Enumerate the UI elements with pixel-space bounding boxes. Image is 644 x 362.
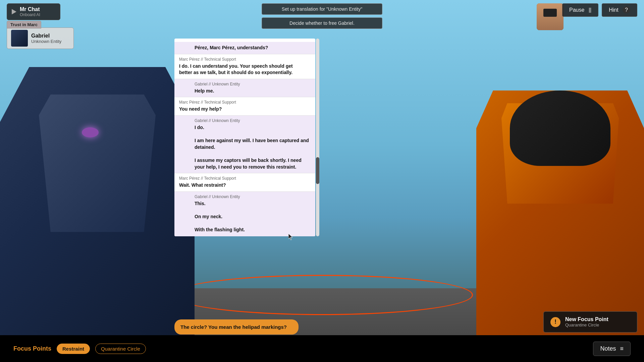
response-text: The circle? You mean the helipad marking…	[180, 324, 287, 330]
scroll-thumb[interactable]	[316, 157, 319, 184]
top-right-controls: Pause || Hint ?	[562, 3, 637, 17]
pause-button[interactable]: Pause ||	[562, 3, 598, 17]
chat-message: Gabriel // Unknown Entity Help me.	[174, 79, 315, 98]
chat-message: Marc Pérez // Technical Support I do. I …	[174, 54, 315, 79]
message-text: Wait. What restraint?	[179, 182, 295, 189]
trust-tab[interactable]: Trust in Marc	[7, 21, 41, 28]
exclamation-icon: !	[554, 318, 556, 325]
mr-chat-panel: Mr Chat Onboard AI Trust in Marc Gabriel…	[7, 3, 74, 49]
chat-message: Marc Pérez // Technical Support Wait. Wh…	[174, 173, 315, 192]
quarantine-circle-tag-label: Quarantine Circle	[101, 346, 140, 352]
gabriel-character-tab[interactable]: Gabriel Unknown Entity	[7, 27, 74, 49]
gabriel-text-block: Gabriel Unknown Entity	[31, 33, 61, 44]
chat-response-bubble: The circle? You mean the helipad marking…	[174, 319, 299, 335]
notification-subtitle: Quarantine Circle	[565, 322, 608, 327]
focus-points-label: Focus Points	[13, 345, 51, 352]
pause-label: Pause	[569, 7, 584, 13]
message-sender: Marc Pérez // Technical Support	[179, 57, 295, 62]
quarantine-circle-tag[interactable]: Quarantine Circle	[95, 344, 146, 354]
hint-label: Hint	[609, 7, 618, 13]
chat-label: Mr Chat Onboard AI	[20, 6, 40, 17]
gabriel-role: Unknown Entity	[31, 39, 61, 44]
mr-chat-button[interactable]: Mr Chat Onboard AI	[7, 3, 60, 20]
quarantine-circle-visual	[171, 275, 473, 315]
message-sender: Gabriel // Unknown Entity	[195, 82, 311, 86]
message-text: I do.I am here against my will. I have b…	[195, 124, 311, 170]
message-sender: Marc Pérez // Technical Support	[179, 100, 295, 105]
chat-message: Gabriel // Unknown Entity I do.I am here…	[174, 116, 315, 173]
message-text: Pérez, Marc Pérez, understands?	[195, 45, 311, 51]
notification-title: New Focus Point	[565, 316, 608, 322]
orange-robot-character	[476, 90, 644, 342]
chat-message: Marc Pérez // Technical Support You need…	[174, 97, 315, 116]
chat-scroll-area[interactable]: Pérez, Marc Pérez, understands? Marc Pér…	[174, 39, 315, 236]
gabriel-name: Gabriel	[31, 33, 61, 39]
hint-button[interactable]: Hint ?	[602, 3, 637, 17]
bottom-bar: Focus Points Restraint Quarantine Circle…	[0, 335, 644, 362]
notification-icon: !	[550, 317, 560, 327]
notes-label: Notes	[600, 345, 616, 352]
chat-message: Pérez, Marc Pérez, understands?	[174, 42, 315, 54]
notes-button[interactable]: Notes ≡	[593, 342, 631, 356]
message-text: This.On my neck.With the flashing light.…	[195, 200, 311, 236]
mr-chat-subtitle: Onboard AI	[20, 12, 40, 17]
new-focus-notification: ! New Focus Point Quarantine Circle	[543, 311, 637, 333]
chat-scrollbar[interactable]	[316, 39, 319, 236]
focus-points-bar: Focus Points Restraint Quarantine Circle	[13, 344, 146, 354]
notification-text: New Focus Point Quarantine Circle	[565, 316, 608, 327]
message-sender: Gabriel // Unknown Entity	[195, 118, 311, 123]
restraint-tag[interactable]: Restraint	[57, 344, 90, 354]
message-sender: Gabriel // Unknown Entity	[195, 194, 311, 199]
notes-menu-icon: ≡	[620, 345, 624, 352]
player-avatar	[537, 3, 564, 30]
chat-panel: Pérez, Marc Pérez, understands? Marc Pér…	[174, 39, 315, 236]
message-sender: Marc Pérez // Technical Support	[179, 176, 295, 181]
player-face	[537, 3, 564, 30]
center-action-buttons: Set up translation for "Unknown Entity" …	[262, 3, 382, 29]
restraint-tag-label: Restraint	[62, 346, 84, 352]
mr-chat-title: Mr Chat	[20, 6, 40, 12]
triangle-icon	[12, 9, 16, 14]
setup-translation-button[interactable]: Set up translation for "Unknown Entity"	[262, 3, 382, 15]
message-text: I do. I can understand you. Your speech …	[179, 63, 295, 76]
message-text: You need my help?	[179, 106, 295, 113]
pause-icon: ||	[589, 7, 591, 13]
gabriel-avatar	[11, 30, 28, 47]
blue-robot-character	[0, 67, 195, 342]
hint-icon: ?	[623, 6, 630, 13]
chat-message: Gabriel // Unknown Entity This.On my nec…	[174, 192, 315, 236]
trust-tab-label: Trust in Marc	[10, 22, 38, 27]
message-text: Help me.	[195, 88, 311, 95]
decide-free-gabriel-button[interactable]: Decide whether to free Gabriel.	[262, 17, 382, 29]
